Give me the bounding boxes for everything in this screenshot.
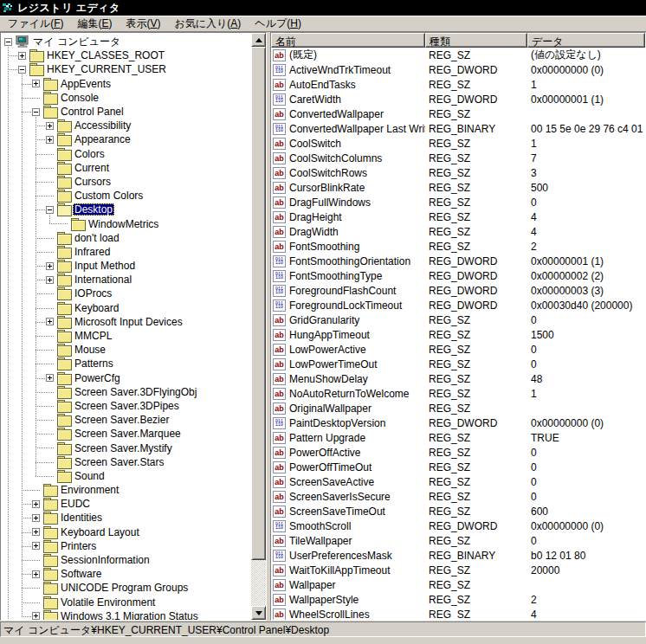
registry-value-row[interactable]: abWaitToKillAppTimeoutREG_SZ20000 — [271, 563, 645, 577]
column-header-name[interactable]: 名前 — [271, 33, 425, 48]
expand-icon[interactable] — [46, 262, 54, 270]
tree-item-screen-saver-marquee[interactable]: Screen Saver.Marquee — [1, 427, 251, 441]
registry-value-row[interactable]: 011 110ForegroundLockTimeoutREG_DWORD0x0… — [271, 298, 645, 312]
registry-value-row[interactable]: abPowerOffActiveREG_SZ0 — [271, 445, 645, 460]
tree-item-sessioninformation[interactable]: SessionInformation — [1, 553, 251, 567]
tree-item-accessibility[interactable]: Accessibility — [1, 119, 251, 132]
tree-item-infrared[interactable]: Infrared — [1, 245, 251, 259]
scrollbar-track[interactable] — [251, 560, 266, 606]
tree-item-international[interactable]: International — [1, 273, 251, 287]
registry-value-row[interactable]: abOriginalWallpaperREG_SZ — [271, 401, 645, 415]
expand-icon[interactable] — [32, 612, 40, 620]
tree-item-hkey-current-user[interactable]: HKEY_CURRENT_USER — [1, 62, 251, 76]
tree-item-screen-saver-3dflyingobj[interactable]: Screen Saver.3DFlyingObj — [1, 385, 251, 399]
collapse-icon[interactable] — [32, 108, 40, 116]
tree-item-keyboard[interactable]: Keyboard — [1, 301, 251, 315]
registry-value-row[interactable]: abPattern UpgradeREG_SZTRUE — [271, 430, 645, 445]
tree-item-patterns[interactable]: Patterns — [1, 357, 251, 370]
menu-favorites[interactable]: お気に入り(A) — [168, 15, 249, 33]
tree-item-microsoft-input-devices[interactable]: Microsoft Input Devices — [1, 315, 251, 329]
tree-item-mmcpl[interactable]: MMCPL — [1, 329, 251, 343]
menu-file[interactable]: ファイル(F) — [1, 15, 70, 33]
tree-item-screen-saver-mystify[interactable]: Screen Saver.Mystify — [1, 441, 251, 454]
tree-item-unicode-program-groups[interactable]: UNICODE Program Groups — [1, 581, 251, 595]
registry-value-row[interactable]: abCoolSwitchRowsREG_SZ3 — [271, 165, 645, 180]
expand-icon[interactable] — [46, 136, 54, 144]
registry-value-row[interactable]: abNoAutoReturnToWelcomeREG_SZ1 — [271, 386, 645, 401]
expand-icon[interactable] — [18, 52, 26, 60]
tree-item-screen-saver-bezier[interactable]: Screen Saver.Bezier — [1, 413, 251, 427]
tree-item-software[interactable]: Software — [1, 567, 251, 581]
menu-view[interactable]: 表示(V) — [119, 15, 167, 33]
tree-item-custom-colors[interactable]: Custom Colors — [1, 189, 251, 203]
tree-item-[interactable]: マイ コンピュータ — [1, 35, 251, 48]
registry-value-row[interactable]: ab(既定)REG_SZ(値の設定なし) — [271, 48, 645, 62]
tree-item-environment[interactable]: Environment — [1, 483, 251, 497]
tree-item-windowmetrics[interactable]: WindowMetrics — [1, 216, 251, 230]
expand-icon[interactable] — [32, 500, 40, 508]
registry-value-row[interactable]: abGridGranularityREG_SZ0 — [271, 312, 645, 327]
expand-icon[interactable] — [32, 80, 40, 87]
tree-item-cursors[interactable]: Cursors — [1, 175, 251, 189]
tree-item-appevents[interactable]: AppEvents — [1, 77, 251, 91]
tree-item-printers[interactable]: Printers — [1, 539, 251, 553]
registry-value-row[interactable]: 011 110SmoothScrollREG_DWORD0x00000000 (… — [271, 518, 645, 533]
registry-value-row[interactable]: 011 110CaretWidthREG_DWORD0x00000001 (1) — [271, 92, 645, 106]
registry-value-row[interactable]: abWallpaperREG_SZ — [271, 577, 645, 592]
tree-item-desktop[interactable]: Desktop — [1, 203, 251, 216]
registry-value-row[interactable]: 011 110ActiveWndTrkTimeoutREG_DWORD0x000… — [271, 62, 645, 77]
tree-item-hkey-classes-root[interactable]: HKEY_CLASSES_ROOT — [1, 48, 251, 62]
registry-value-row[interactable]: abDragFullWindowsREG_SZ0 — [271, 195, 645, 209]
tree-item-current[interactable]: Current — [1, 161, 251, 175]
registry-value-row[interactable]: abConvertedWallpaperREG_SZ — [271, 106, 645, 121]
registry-value-row[interactable]: abLowPowerActiveREG_SZ0 — [271, 342, 645, 357]
registry-value-row[interactable]: abCoolSwitchREG_SZ1 — [271, 136, 645, 151]
registry-value-row[interactable]: abDragHeightREG_SZ4 — [271, 209, 645, 224]
expand-icon[interactable] — [32, 514, 40, 522]
registry-value-row[interactable]: abWheelScrollLinesREG_SZ4 — [271, 607, 645, 620]
tree-item-colors[interactable]: Colors — [1, 147, 251, 161]
registry-value-row[interactable]: abTileWallpaperREG_SZ0 — [271, 533, 645, 548]
tree-item-eudc[interactable]: EUDC — [1, 497, 251, 511]
registry-value-row[interactable]: 011 110FontSmoothingTypeREG_DWORD0x00000… — [271, 268, 645, 283]
menu-help[interactable]: ヘルプ(H) — [248, 15, 308, 33]
registry-value-row[interactable]: 011 110ConvertedWallpaper Last Writ...RE… — [271, 121, 645, 136]
collapse-icon[interactable] — [46, 206, 54, 214]
scroll-down-button[interactable] — [251, 606, 266, 620]
menu-edit[interactable]: 編集(E) — [70, 15, 119, 33]
registry-value-row[interactable]: abWallpaperStyleREG_SZ2 — [271, 592, 645, 607]
tree-item-console[interactable]: Console — [1, 91, 251, 105]
tree-item-identities[interactable]: Identities — [1, 511, 251, 525]
registry-value-row[interactable]: abScreenSaverIsSecureREG_SZ0 — [271, 489, 645, 504]
tree-item-volatile-environment[interactable]: Volatile Environment — [1, 596, 251, 609]
registry-value-row[interactable]: 011 110FontSmoothingOrientationREG_DWORD… — [271, 254, 645, 268]
scrollbar-thumb[interactable] — [251, 47, 266, 560]
expand-icon[interactable] — [32, 542, 40, 550]
registry-value-row[interactable]: abMenuShowDelayREG_SZ48 — [271, 371, 645, 386]
tree-item-sound[interactable]: Sound — [1, 469, 251, 483]
tree-item-keyboard-layout[interactable]: Keyboard Layout — [1, 525, 251, 539]
tree-item-input-method[interactable]: Input Method — [1, 259, 251, 273]
registry-value-row[interactable]: 011 110PaintDesktopVersionREG_DWORD0x000… — [271, 415, 645, 430]
registry-value-row[interactable]: abAutoEndTasksREG_SZ1 — [271, 77, 645, 92]
registry-value-row[interactable]: abFontSmoothingREG_SZ2 — [271, 239, 645, 254]
tree-item-screen-saver-3dpipes[interactable]: Screen Saver.3DPipes — [1, 399, 251, 413]
tree-item-mouse[interactable]: Mouse — [1, 343, 251, 357]
collapse-icon[interactable] — [4, 38, 12, 46]
scroll-up-button[interactable] — [251, 33, 266, 47]
tree-item-windows-3-1-migration-status[interactable]: Windows 3.1 Migration Status — [1, 609, 251, 620]
tree-item-screen-saver-stars[interactable]: Screen Saver.Stars — [1, 455, 251, 469]
registry-value-row[interactable]: 011 110UserPreferencesMaskREG_BINARYb0 1… — [271, 548, 645, 563]
registry-value-row[interactable]: abScreenSaveActiveREG_SZ0 — [271, 474, 645, 489]
tree-item-control-panel[interactable]: Control Panel — [1, 105, 251, 119]
expand-icon[interactable] — [46, 122, 54, 130]
tree-item-don-t-load[interactable]: don't load — [1, 231, 251, 245]
expand-icon[interactable] — [32, 570, 40, 578]
expand-icon[interactable] — [46, 374, 54, 382]
tree-item-powercfg[interactable]: PowerCfg — [1, 371, 251, 385]
registry-value-row[interactable]: abScreenSaveTimeOutREG_SZ600 — [271, 504, 645, 518]
tree-vertical-scrollbar[interactable] — [251, 33, 266, 620]
registry-value-row[interactable]: abLowPowerTimeOutREG_SZ0 — [271, 357, 645, 371]
tree-item-appearance[interactable]: Appearance — [1, 132, 251, 146]
column-header-type[interactable]: 種類 — [425, 33, 527, 48]
